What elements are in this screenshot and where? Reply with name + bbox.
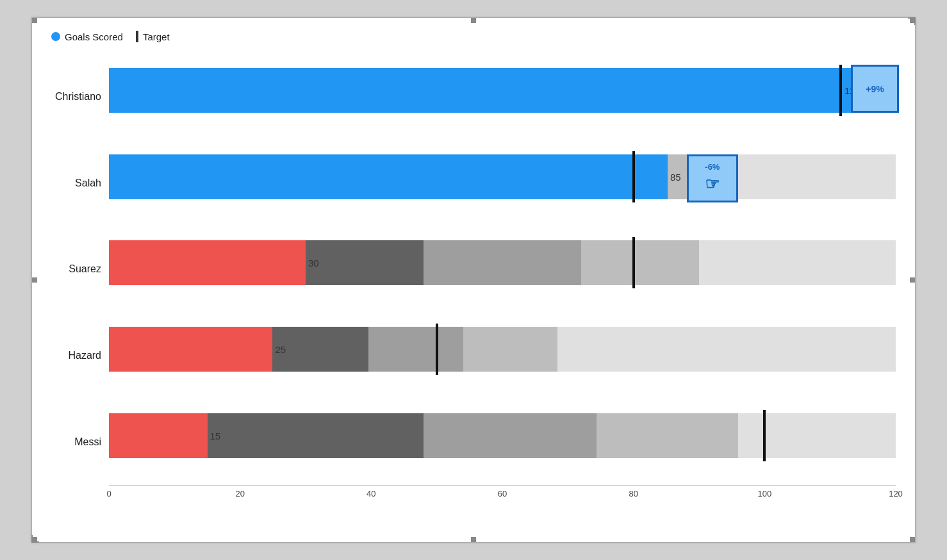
blue-bar-christiano (109, 68, 896, 113)
x-tick-60: 60 (498, 489, 507, 498)
bg-seg2 (424, 413, 597, 458)
bar-row-suarez: 30 (109, 234, 896, 304)
x-tick-120: 120 (889, 489, 903, 498)
x-tick-0: 0 (106, 489, 111, 498)
resize-tl[interactable] (32, 18, 37, 23)
y-label-christiano: Christiano (51, 91, 109, 103)
x-axis: 0 20 40 60 80 100 120 (109, 485, 896, 504)
highlight-christiano[interactable]: +9% (851, 65, 899, 113)
bars-area: 120 +9% 85 (109, 54, 896, 485)
bar-fg-messi (109, 413, 208, 458)
bg-seg2 (424, 240, 581, 285)
legend: Goals Scored Target (51, 31, 896, 42)
resize-ml[interactable] (32, 277, 37, 283)
legend-target: Target (136, 31, 170, 42)
target-hazard (436, 324, 438, 375)
bg-seg3 (597, 413, 738, 458)
chart-container: Goals Scored Target Christiano Salah Sua… (31, 17, 916, 543)
value-suarez: 30 (308, 258, 319, 268)
bg-seg4 (557, 327, 896, 372)
bg-seg3 (581, 240, 699, 285)
resize-tr[interactable] (910, 18, 915, 23)
x-tick-20: 20 (235, 489, 244, 498)
target-label: Target (143, 31, 170, 42)
bar-row-hazard: 25 (109, 320, 896, 391)
bar-fg-suarez (109, 240, 306, 285)
red-bar-messi (109, 413, 208, 458)
resize-tm[interactable] (471, 18, 476, 23)
target-salah (632, 151, 635, 202)
bg-seg4 (699, 240, 896, 285)
highlight-salah[interactable]: -6% ☞ (687, 154, 738, 202)
target-suarez (632, 237, 635, 288)
value-hazard: 25 (275, 344, 286, 355)
resize-br[interactable] (910, 537, 915, 542)
resize-bm[interactable] (471, 537, 476, 542)
legend-goals: Goals Scored (51, 31, 123, 42)
bar-fg-christiano (109, 68, 896, 113)
bg-seg3 (463, 327, 557, 372)
bar-row-christiano: 120 +9% (109, 62, 896, 132)
y-labels: Christiano Salah Suarez Hazard Messi (51, 54, 109, 504)
red-bar-hazard (109, 327, 272, 372)
bg-seg4 (738, 413, 896, 458)
resize-bl[interactable] (32, 537, 37, 542)
goals-label: Goals Scored (65, 31, 123, 42)
resize-mr[interactable] (910, 277, 915, 283)
blue-bar-salah (109, 154, 668, 199)
x-tick-80: 80 (629, 489, 638, 498)
value-salah: 85 (670, 171, 681, 182)
y-label-messi: Messi (51, 436, 109, 448)
x-tick-40: 40 (366, 489, 375, 498)
value-messi: 15 (210, 430, 221, 441)
bar-fg-salah (109, 154, 668, 199)
bg-seg2 (368, 327, 463, 372)
chart-area: Christiano Salah Suarez Hazard Messi (51, 54, 896, 504)
bg-track-messi (109, 413, 896, 458)
bar-fg-hazard (109, 327, 272, 372)
bar-row-salah: 85 -6% ☞ (109, 148, 896, 218)
target-line-icon (136, 31, 138, 42)
x-tick-100: 100 (757, 489, 771, 498)
y-label-salah: Salah (51, 177, 109, 189)
target-christiano (839, 65, 842, 116)
y-label-suarez: Suarez (51, 263, 109, 275)
red-bar-suarez (109, 240, 306, 285)
target-messi (763, 410, 766, 461)
highlight-salah-label: -6% (705, 162, 720, 172)
y-label-hazard: Hazard (51, 350, 109, 361)
bar-row-messi: 15 (109, 407, 896, 477)
chart-plot: 120 +9% 85 (109, 54, 896, 504)
goals-dot (51, 32, 60, 41)
cursor-salah-icon: ☞ (705, 174, 720, 194)
